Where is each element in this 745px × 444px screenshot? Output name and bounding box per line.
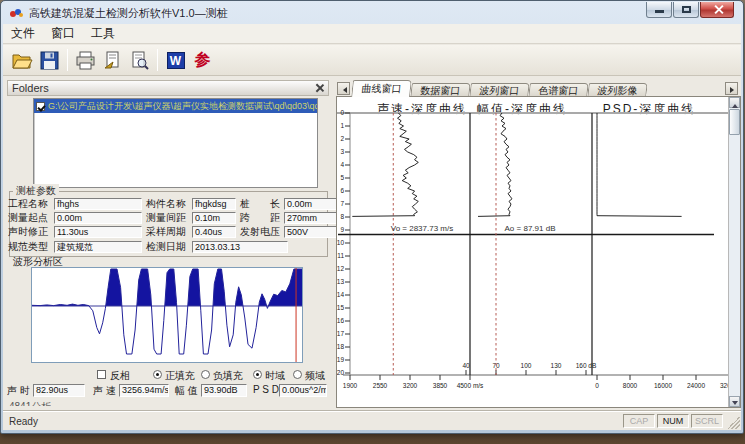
param-field[interactable]: 建筑规范 bbox=[54, 241, 142, 253]
param-label: 声时修正 bbox=[8, 225, 54, 239]
svg-text:160 dB: 160 dB bbox=[576, 362, 597, 369]
word-export-button[interactable]: W bbox=[162, 48, 189, 73]
tab-data-window[interactable]: 数据窗口 bbox=[410, 83, 470, 97]
tab-scroll-right-button[interactable] bbox=[725, 82, 738, 95]
param-label: 工程名称 bbox=[8, 197, 54, 211]
tab-spectrum-window[interactable]: 色谱窗口 bbox=[528, 83, 588, 97]
svg-text:11: 11 bbox=[337, 252, 344, 259]
print-button[interactable] bbox=[72, 48, 99, 73]
param-field[interactable]: 11.30us bbox=[54, 226, 142, 238]
tab-wavetrain-image[interactable]: 波列影像 bbox=[587, 83, 647, 97]
menu-tools[interactable]: 工具 bbox=[83, 24, 123, 44]
svg-text:0: 0 bbox=[595, 382, 599, 389]
invert-checkbox[interactable] bbox=[97, 370, 106, 379]
titlebar[interactable]: 高铁建筑混凝土检测分析软件V1.0—测桩 bbox=[2, 2, 742, 24]
svg-text:130: 130 bbox=[551, 362, 562, 369]
reading-field[interactable]: 93.90dB bbox=[201, 384, 247, 397]
reading-field[interactable]: 82.90us bbox=[33, 384, 85, 397]
list-item[interactable]: G:\公司产品设计开发\超声仪器\超声仪实地检测数据调试\qd\qd03\qd0… bbox=[34, 99, 317, 113]
param-label: 发射电压 bbox=[240, 225, 284, 239]
open-button[interactable] bbox=[9, 48, 36, 73]
toolbar-separator bbox=[157, 49, 158, 71]
scroll-down-icon[interactable] bbox=[729, 396, 740, 407]
parameters-icon: 参 bbox=[195, 50, 211, 71]
toolbar: W 参 bbox=[3, 45, 741, 76]
export-report-button[interactable] bbox=[99, 48, 126, 73]
time-domain-label: 时域 bbox=[265, 369, 285, 383]
fill-positive-radio[interactable] bbox=[153, 370, 162, 379]
pile-params-title: 测桩参数 bbox=[13, 184, 59, 198]
tab-curve-window[interactable]: 曲线窗口 bbox=[351, 80, 412, 97]
svg-text:1: 1 bbox=[340, 122, 344, 129]
minimize-button[interactable] bbox=[646, 2, 672, 18]
param-field[interactable]: fhgkdsg bbox=[192, 198, 236, 210]
waveform-chart bbox=[32, 268, 302, 362]
param-label: 规范类型 bbox=[8, 240, 54, 254]
client-area: 文件 窗口 工具 bbox=[3, 24, 741, 430]
file-path: G:\公司产品设计开发\超声仪器\超声仪实地检测数据调试\qd\qd03\qd0… bbox=[48, 100, 317, 113]
fill-negative-label: 负填充 bbox=[213, 369, 243, 383]
resize-grip[interactable] bbox=[727, 416, 740, 429]
scroll-indicator: SCRL bbox=[691, 414, 723, 428]
reading-field[interactable]: 3256.94m/s bbox=[119, 384, 169, 397]
svg-text:24000: 24000 bbox=[687, 382, 705, 389]
folders-title: Folders bbox=[8, 82, 313, 94]
close-button[interactable] bbox=[700, 2, 734, 18]
fill-negative-radio[interactable] bbox=[201, 370, 210, 379]
save-button[interactable] bbox=[36, 48, 63, 73]
print-preview-icon bbox=[130, 51, 149, 70]
param-field[interactable]: 2013.03.13 bbox=[192, 241, 288, 253]
print-preview-button[interactable] bbox=[126, 48, 153, 73]
param-label: 检测日期 bbox=[146, 240, 192, 254]
svg-text:3: 3 bbox=[340, 148, 344, 155]
parameters-button[interactable]: 参 bbox=[189, 48, 216, 73]
reading-label: P S D bbox=[253, 384, 279, 395]
invert-label: 反相 bbox=[110, 369, 130, 383]
param-field[interactable]: 0.00m bbox=[54, 212, 142, 224]
display-options: 反相 正填充 负填充 时域 频域 bbox=[5, 369, 333, 382]
svg-text:12: 12 bbox=[337, 265, 344, 272]
param-field[interactable]: 0.40us bbox=[192, 226, 236, 238]
svg-text:Vo = 2837.73 m/s: Vo = 2837.73 m/s bbox=[391, 224, 454, 233]
tab-wavetrain-window[interactable]: 波列窗口 bbox=[469, 83, 529, 97]
num-indicator: NUM bbox=[657, 414, 689, 428]
time-domain-radio[interactable] bbox=[253, 370, 262, 379]
menu-window[interactable]: 窗口 bbox=[43, 24, 83, 44]
caps-indicator: CAP bbox=[623, 414, 655, 428]
param-field[interactable]: 0.10m bbox=[192, 212, 236, 224]
svg-text:Ao = 87.91 dB: Ao = 87.91 dB bbox=[505, 224, 556, 233]
reading-label: 声 速 bbox=[93, 384, 116, 398]
status-message: Ready bbox=[9, 416, 38, 427]
menu-file[interactable]: 文件 bbox=[3, 24, 43, 44]
word-icon: W bbox=[167, 52, 185, 69]
svg-text:14: 14 bbox=[337, 291, 344, 298]
param-field[interactable]: fhghs bbox=[54, 198, 142, 210]
svg-text:2550: 2550 bbox=[373, 382, 388, 389]
minimize-icon bbox=[655, 10, 664, 13]
close-icon bbox=[714, 5, 723, 14]
svg-text:15: 15 bbox=[337, 304, 344, 311]
svg-text:6: 6 bbox=[340, 187, 344, 194]
folders-close-icon[interactable] bbox=[313, 82, 326, 94]
file-checkbox[interactable] bbox=[36, 102, 45, 111]
svg-text:19: 19 bbox=[337, 356, 344, 363]
freq-domain-radio[interactable] bbox=[293, 370, 302, 379]
depth-curves-chart: 0123456789101112131415161718192019002550… bbox=[337, 97, 729, 406]
waveform-view[interactable] bbox=[31, 267, 303, 363]
svg-text:100: 100 bbox=[521, 362, 532, 369]
tab-scroll-left-button[interactable] bbox=[337, 82, 350, 95]
open-folder-icon bbox=[12, 51, 33, 70]
svg-text:7: 7 bbox=[340, 200, 344, 207]
app-icon bbox=[9, 6, 24, 20]
maximize-button[interactable] bbox=[673, 2, 699, 18]
clipped-text: 4841分析 bbox=[9, 400, 51, 406]
file-listbox[interactable]: G:\公司产品设计开发\超声仪器\超声仪实地检测数据调试\qd\qd03\qd0… bbox=[33, 98, 318, 188]
chart-scrollbar[interactable] bbox=[728, 97, 740, 407]
svg-text:3200: 3200 bbox=[403, 382, 418, 389]
scroll-thumb[interactable] bbox=[729, 109, 740, 135]
svg-text:10: 10 bbox=[337, 239, 344, 246]
scroll-up-icon[interactable] bbox=[729, 97, 740, 108]
window-title: 高铁建筑混凝土检测分析软件V1.0—测桩 bbox=[29, 6, 228, 21]
param-label: 采样周期 bbox=[146, 225, 192, 239]
reading-field[interactable]: 0.00us^2/m bbox=[279, 384, 327, 397]
